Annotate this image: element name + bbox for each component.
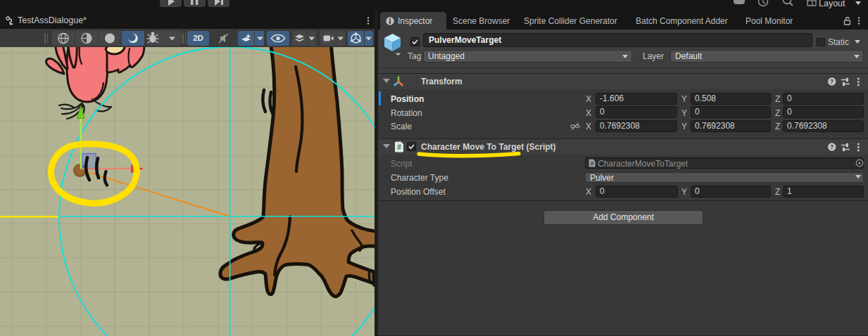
svg-text:#: # [591,160,594,167]
svg-text:#: # [397,143,401,151]
svg-text:?: ? [830,143,834,150]
svg-text:?: ? [830,78,834,85]
